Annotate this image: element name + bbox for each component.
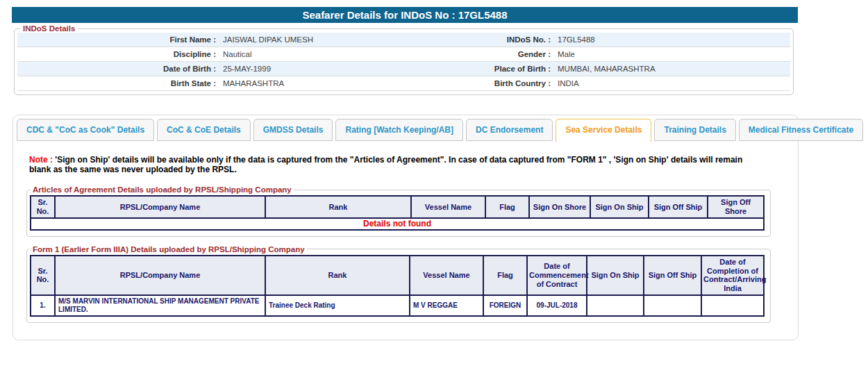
note-text: 'Sign on Ship' details will be available… bbox=[29, 155, 742, 174]
column-header-flag: Flag bbox=[485, 196, 529, 217]
table-header-row: Sr. No.RPSL/Company NameRankVessel NameF… bbox=[31, 256, 764, 295]
column-header-sign-off-ship: Sign Off Ship bbox=[644, 256, 701, 295]
column-header-sign-on-ship: Sign On Ship bbox=[587, 256, 644, 295]
tab-medical-fitness-certificate[interactable]: Medical Fitness Certificate bbox=[739, 119, 863, 141]
column-header-vessel-name: Vessel Name bbox=[411, 196, 485, 217]
indos-detail-row: Date of Birth :25-MAY-1999Place of Birth… bbox=[17, 62, 790, 76]
table-cell bbox=[587, 295, 644, 316]
column-header-sr-no: Sr. No. bbox=[31, 256, 55, 295]
table-cell: M/S MARVIN INTERNATIONAL SHIP MANAGEMENT… bbox=[55, 295, 265, 316]
column-header-sign-on-ship: Sign On Ship bbox=[590, 196, 649, 217]
page-title: Seafarer Details for INDoS No : 17GL5488 bbox=[12, 7, 798, 23]
table-cell: M V REGGAE bbox=[410, 295, 483, 316]
table-cell bbox=[644, 295, 701, 316]
column-header-rank: Rank bbox=[265, 196, 411, 217]
tab-training-details[interactable]: Training Details bbox=[654, 119, 735, 141]
field-value: 17GL5488 bbox=[553, 35, 790, 44]
field-value: JAISWAL DIPAK UMESH bbox=[219, 35, 434, 44]
table-header-row: Sr. No.RPSL/Company NameRankVessel NameF… bbox=[31, 196, 764, 217]
field-label: Birth State : bbox=[17, 79, 219, 88]
tab-gmdss-details[interactable]: GMDSS Details bbox=[253, 119, 333, 141]
field-label: Birth Country : bbox=[434, 79, 553, 88]
field-label: INDoS No. : bbox=[434, 35, 553, 44]
field-label: Gender : bbox=[434, 50, 553, 58]
form1-legend: Form 1 (Earlier Form IIIA) Details uploa… bbox=[31, 245, 307, 254]
indos-details-rows: First Name :JAISWAL DIPAK UMESHINDoS No.… bbox=[17, 33, 790, 91]
field-label: Discipline : bbox=[17, 50, 219, 58]
table-cell: FOREIGN bbox=[483, 295, 527, 316]
column-header-rpsl-company-name: RPSL/Company Name bbox=[55, 256, 265, 295]
field-value: 25-MAY-1999 bbox=[219, 65, 434, 73]
seafarer-details-page: Seafarer Details for INDoS No : 17GL5488… bbox=[0, 0, 868, 382]
details-tab-panel: CDC & "CoC as Cook" DetailsCoC & CoE Det… bbox=[12, 115, 799, 340]
indos-details-section: INDoS Details First Name :JAISWAL DIPAK … bbox=[14, 24, 794, 95]
column-header-sr-no: Sr. No. bbox=[31, 196, 55, 217]
tab-rating-watch-keeping-ab[interactable]: Rating [Watch Keeping/AB] bbox=[335, 119, 463, 141]
field-value: Nautical bbox=[219, 50, 434, 58]
tab-dc-endorsement[interactable]: DC Endorsement bbox=[466, 119, 553, 141]
column-header-vessel-name: Vessel Name bbox=[410, 256, 483, 295]
articles-of-agreement-legend: Articles of Agreement Details uploaded b… bbox=[31, 185, 294, 194]
column-header-rank: Rank bbox=[265, 256, 410, 295]
column-header-rpsl-company-name: RPSL/Company Name bbox=[55, 196, 265, 217]
column-header-sign-on-shore: Sign On Shore bbox=[529, 196, 590, 217]
tab-coc-coe-details[interactable]: CoC & CoE Details bbox=[157, 119, 251, 141]
field-label: Place of Birth : bbox=[434, 65, 553, 73]
table-cell: Trainee Deck Rating bbox=[265, 295, 410, 316]
empty-message: Details not found bbox=[31, 218, 764, 230]
field-value: MAHARASHTRA bbox=[219, 79, 434, 88]
column-header-date-of-completion-of-contract-arriving-india: Date of Completion of Contract/Arriving … bbox=[701, 256, 764, 295]
column-header-date-of-commencement-of-contract: Date of Commencement of Contract bbox=[527, 256, 587, 295]
sign-on-ship-note: Note : 'Sign on Ship' details will be av… bbox=[29, 155, 762, 174]
form1-table: Sr. No.RPSL/Company NameRankVessel NameF… bbox=[30, 255, 765, 317]
articles-of-agreement-table: Sr. No.RPSL/Company NameRankVessel NameF… bbox=[30, 195, 765, 231]
column-header-sign-off-shore: Sign Off Shore bbox=[708, 196, 764, 217]
table-cell: 09-JUL-2018 bbox=[527, 295, 587, 316]
field-label: First Name : bbox=[17, 35, 219, 44]
form1-section: Form 1 (Earlier Form IIIA) Details uploa… bbox=[26, 245, 771, 323]
table-row: 1.M/S MARVIN INTERNATIONAL SHIP MANAGEME… bbox=[31, 295, 764, 316]
empty-row: Details not found bbox=[31, 218, 764, 230]
field-value: MUMBAI, MAHARASHTRA bbox=[553, 65, 790, 73]
tab-strip: CDC & "CoC as Cook" DetailsCoC & CoE Det… bbox=[13, 115, 798, 141]
column-header-flag: Flag bbox=[483, 256, 527, 295]
indos-detail-row: First Name :JAISWAL DIPAK UMESHINDoS No.… bbox=[17, 33, 790, 47]
column-header-sign-off-ship: Sign Off Ship bbox=[649, 196, 708, 217]
tab-cdc-coc-as-cook-details[interactable]: CDC & "CoC as Cook" Details bbox=[17, 119, 154, 141]
table-cell bbox=[701, 295, 764, 316]
note-label: Note : bbox=[29, 155, 53, 165]
field-value: Male bbox=[553, 50, 790, 58]
field-label: Date of Birth : bbox=[17, 65, 219, 73]
indos-details-legend: INDoS Details bbox=[20, 24, 78, 33]
articles-of-agreement-section: Articles of Agreement Details uploaded b… bbox=[26, 185, 771, 237]
indos-detail-row: Discipline :NauticalGender :Male bbox=[17, 47, 790, 62]
tab-sea-service-details[interactable]: Sea Service Details bbox=[556, 119, 651, 142]
indos-detail-row: Birth State :MAHARASHTRABirth Country :I… bbox=[17, 76, 790, 91]
table-cell: 1. bbox=[31, 295, 55, 316]
field-value: INDIA bbox=[553, 79, 790, 88]
